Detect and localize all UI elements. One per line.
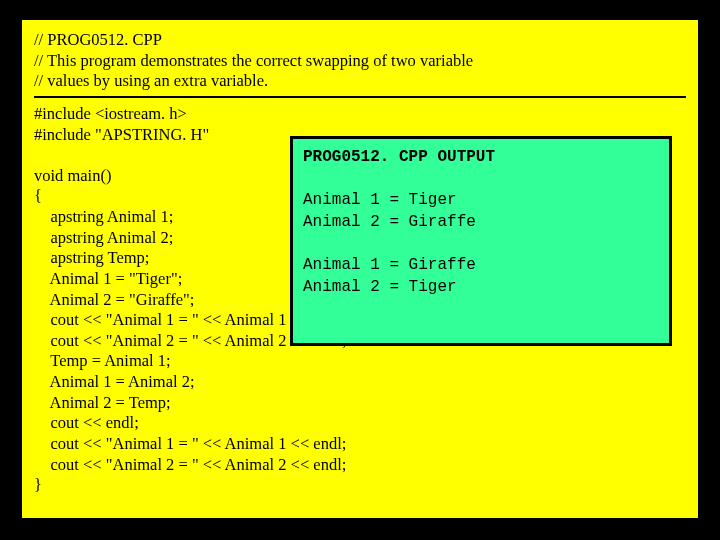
comment-line: // This program demonstrates the correct… bbox=[34, 51, 686, 72]
output-line: Animal 2 = Giraffe bbox=[303, 212, 659, 234]
code-line: Animal 2 = Temp; bbox=[34, 393, 686, 414]
code-line: #include <iostream. h> bbox=[34, 104, 686, 125]
code-line: Animal 1 = Animal 2; bbox=[34, 372, 686, 393]
output-line: Animal 1 = Tiger bbox=[303, 190, 659, 212]
output-blank bbox=[303, 233, 659, 255]
code-line: } bbox=[34, 475, 686, 496]
code-line: Temp = Animal 1; bbox=[34, 351, 686, 372]
comment-line: // values by using an extra variable. bbox=[34, 71, 686, 92]
comment-line: // PROG0512. CPP bbox=[34, 30, 686, 51]
code-line: cout << endl; bbox=[34, 413, 686, 434]
output-panel: PROG0512. CPP OUTPUT Animal 1 = Tiger An… bbox=[290, 136, 672, 346]
code-line: cout << "Animal 1 = " << Animal 1 << end… bbox=[34, 434, 686, 455]
output-line: Animal 1 = Giraffe bbox=[303, 255, 659, 277]
code-panel: // PROG0512. CPP // This program demonst… bbox=[20, 18, 700, 520]
comment-header: // PROG0512. CPP // This program demonst… bbox=[34, 30, 686, 98]
output-title: PROG0512. CPP OUTPUT bbox=[303, 147, 659, 169]
code-line: cout << "Animal 2 = " << Animal 2 << end… bbox=[34, 455, 686, 476]
output-line: Animal 2 = Tiger bbox=[303, 277, 659, 299]
output-blank bbox=[303, 169, 659, 191]
